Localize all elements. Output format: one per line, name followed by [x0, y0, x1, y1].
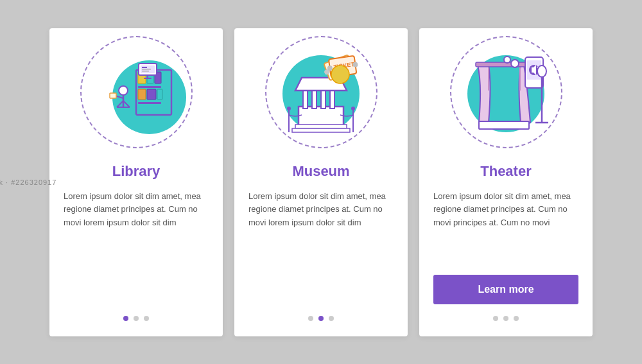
library-title: Library — [112, 163, 160, 180]
dot-1 — [123, 316, 128, 321]
watermark: Adobe Stock · #226320917 — [0, 178, 56, 186]
svg-point-58 — [504, 56, 510, 63]
svg-rect-7 — [157, 89, 162, 100]
dot-3 — [144, 316, 149, 321]
museum-card: TICK TICKET Museum Lorem ipsum dolor si — [234, 28, 408, 336]
svg-point-16 — [119, 86, 128, 95]
svg-point-57 — [511, 60, 519, 67]
learn-more-button[interactable]: Learn more — [433, 275, 578, 304]
svg-rect-44 — [479, 121, 529, 129]
svg-rect-15 — [144, 78, 152, 79]
dot-3 — [514, 316, 519, 321]
svg-rect-29 — [295, 125, 347, 128]
svg-rect-26 — [321, 91, 325, 108]
theater-body: Lorem ipsum dolor sit dim amet, mea regi… — [419, 190, 593, 264]
library-illustration — [49, 28, 223, 157]
svg-rect-25 — [312, 91, 317, 108]
svg-rect-24 — [303, 91, 308, 108]
svg-rect-23 — [299, 107, 343, 126]
museum-body: Lorem ipsum dolor sit dim amet, mea regi… — [234, 190, 408, 304]
svg-rect-11 — [142, 67, 147, 68]
svg-line-18 — [117, 101, 123, 107]
cards-container: Library Lorem ipsum dolor sit dim amet, … — [24, 9, 618, 356]
dot-2 — [318, 316, 324, 321]
dot-2 — [134, 316, 139, 321]
library-body: Lorem ipsum dolor sit dim amet, mea regi… — [49, 190, 223, 304]
dot-3 — [329, 316, 334, 321]
svg-line-19 — [123, 101, 130, 107]
svg-rect-30 — [292, 128, 350, 132]
theater-title: Theater — [480, 163, 531, 180]
library-dots — [123, 316, 149, 321]
svg-point-32 — [287, 107, 291, 110]
svg-rect-22 — [110, 93, 116, 98]
dot-2 — [503, 316, 508, 321]
svg-point-43 — [331, 65, 349, 83]
svg-rect-45 — [476, 62, 532, 67]
svg-rect-13 — [142, 71, 149, 72]
svg-rect-27 — [330, 91, 334, 108]
svg-rect-4 — [138, 86, 161, 88]
svg-rect-8 — [138, 102, 161, 104]
library-card: Library Lorem ipsum dolor sit dim amet, … — [49, 28, 223, 336]
museum-title: Museum — [292, 163, 349, 180]
svg-rect-12 — [142, 69, 151, 70]
theater-card: Theater Lorem ipsum dolor sit dim amet, … — [419, 28, 593, 336]
museum-illustration: TICK TICKET — [234, 28, 408, 157]
svg-point-34 — [351, 107, 355, 110]
svg-rect-5 — [138, 89, 146, 100]
museum-dots — [308, 316, 334, 321]
theater-illustration — [419, 28, 593, 157]
dot-1 — [493, 316, 498, 321]
theater-dots — [493, 316, 519, 321]
svg-point-55 — [537, 65, 546, 77]
dot-1 — [308, 316, 313, 321]
svg-rect-6 — [147, 89, 156, 100]
